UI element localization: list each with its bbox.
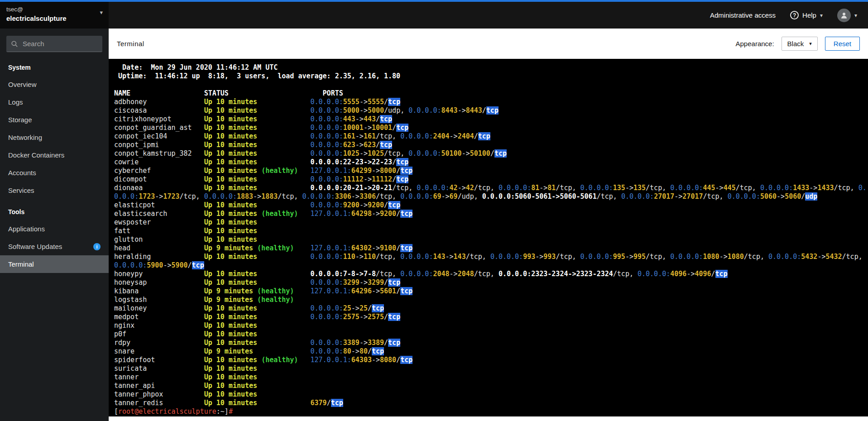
terminal-line: spiderfoot Up 10 minutes (healthy) 127.0… (114, 356, 863, 364)
masthead-actions: Administrative access ? Help ▾ ▾ (710, 2, 868, 29)
terminal-line: 0.0.0:1723->1723/tcp, 0.0.0.0:1883->1883… (114, 192, 863, 201)
chevron-down-icon: ▾ (854, 12, 857, 19)
host-user: tsec@ (6, 6, 102, 13)
terminal-line: head Up 9 minutes (healthy) 127.0.0.1:64… (114, 244, 863, 253)
info-icon: i (93, 243, 101, 250)
search-icon (11, 40, 18, 48)
terminal-line: citrixhoneypot Up 10 minutes 0.0.0.0:443… (114, 115, 863, 124)
terminal-line: elasticsearch Up 10 minutes (healthy) 12… (114, 210, 863, 218)
terminal-line: tanner_redis Up 10 minutes 6379/tcp (114, 399, 863, 407)
sidebar-item-applications[interactable]: Applications (0, 220, 109, 238)
terminal-line: logstash Up 9 minutes (healthy) (114, 296, 863, 304)
terminal-line: adbhoney Up 10 minutes 0.0.0.0:5555->555… (114, 98, 863, 106)
sidebar-item-software-updates[interactable]: Software Updatesi (0, 238, 109, 255)
host-switcher[interactable]: tsec@ electricalsculpture ▾ (0, 2, 109, 29)
terminal-line: suricata Up 10 minutes (114, 364, 863, 373)
terminal-line: nginx Up 10 minutes (114, 321, 863, 330)
terminal-screen: Date: Mon 29 Jun 2020 11:46:12 AM UTC Up… (114, 63, 863, 416)
help-icon: ? (790, 11, 799, 19)
terminal-line: glutton Up 10 minutes (114, 235, 863, 244)
chevron-down-icon: ▾ (809, 41, 812, 47)
terminal-line: Uptime: 11:46:12 up 8:18, 3 users, load … (114, 72, 863, 81)
terminal[interactable]: Date: Mon 29 Jun 2020 11:46:12 AM UTC Up… (109, 59, 868, 416)
sidebar-section-system: SystemOverviewLogsStorageNetworkingDocke… (0, 55, 109, 199)
terminal-line: p0f Up 10 minutes (114, 330, 863, 339)
terminal-line: fatt Up 10 minutes (114, 227, 863, 235)
terminal-line: NAME STATUS PORTS (114, 89, 863, 98)
terminal-line: elasticpot Up 10 minutes 0.0.0.0:9200->9… (114, 201, 863, 210)
masthead: tsec@ electricalsculpture ▾ Administrati… (0, 0, 868, 29)
terminal-line: snare Up 9 minutes 0.0.0.0:80->80/tcp (114, 347, 863, 356)
content-header: Terminal Appearance: Black ▾ Reset (109, 29, 868, 59)
sidebar-item-label: Storage (8, 116, 32, 124)
terminal-line: tanner_phpox Up 10 minutes (114, 390, 863, 399)
terminal-line: cyberchef Up 10 minutes (healthy) 127.0.… (114, 167, 863, 175)
sidebar-item-label: Accounts (8, 169, 36, 177)
sidebar: SystemOverviewLogsStorageNetworkingDocke… (0, 29, 109, 421)
terminal-line: ciscoasa Up 10 minutes 0.0.0.0:5000->500… (114, 106, 863, 115)
search-input[interactable] (22, 39, 98, 48)
avatar (837, 9, 851, 22)
terminal-line: honeysap Up 10 minutes 0.0.0.0:3299->329… (114, 278, 863, 287)
terminal-line: conpot_iec104 Up 10 minutes 0.0.0.0:161-… (114, 132, 863, 141)
terminal-line: dicompot Up 10 minutes 0.0.0.0:11112->11… (114, 175, 863, 184)
sidebar-nav: SystemOverviewLogsStorageNetworkingDocke… (0, 55, 109, 273)
terminal-line: conpot_ipmi Up 10 minutes 0.0.0.0:623->6… (114, 141, 863, 149)
terminal-line: ewsposter Up 10 minutes (114, 218, 863, 227)
search-box[interactable] (6, 36, 102, 52)
sidebar-item-label: Software Updates (8, 243, 62, 250)
terminal-line: tanner_api Up 10 minutes (114, 382, 863, 390)
sidebar-section-title: System (0, 55, 109, 76)
terminal-line: medpot Up 10 minutes 0.0.0.0:2575->2575/… (114, 313, 863, 321)
sidebar-item-label: Overview (8, 81, 37, 88)
terminal-line: dionaea Up 10 minutes 0.0.0.0:20-21->20-… (114, 184, 863, 192)
terminal-line: [root@electricalsculpture:~]# (114, 407, 863, 416)
page-title: Terminal (117, 40, 144, 48)
sidebar-section-title: Tools (0, 199, 109, 220)
sidebar-section-tools: ToolsApplicationsSoftware UpdatesiTermin… (0, 199, 109, 273)
appearance-label: Appearance: (736, 40, 774, 48)
chevron-down-icon: ▾ (820, 12, 823, 19)
terminal-line: conpot_kamstrup_382 Up 10 minutes 0.0.0.… (114, 149, 863, 158)
chevron-down-icon: ▾ (100, 9, 103, 16)
terminal-line: Date: Mon 29 Jun 2020 11:46:12 AM UTC (114, 63, 863, 72)
help-menu[interactable]: ? Help ▾ (790, 11, 823, 19)
appearance-value: Black (787, 40, 804, 48)
sidebar-item-label: Networking (8, 134, 42, 141)
sidebar-item-storage[interactable]: Storage (0, 111, 109, 129)
sidebar-item-docker-containers[interactable]: Docker Containers (0, 146, 109, 164)
terminal-line: heralding Up 10 minutes 0.0.0.0:110->110… (114, 253, 863, 261)
sidebar-item-label: Logs (8, 98, 23, 106)
appearance-select[interactable]: Black ▾ (782, 37, 818, 51)
terminal-line: mailoney Up 10 minutes 0.0.0.0:25->25/tc… (114, 304, 863, 313)
sidebar-item-terminal[interactable]: Terminal (0, 255, 109, 273)
host-name: electricalsculpture (6, 14, 102, 22)
terminal-line: rdpy Up 10 minutes 0.0.0.0:3389->3389/tc… (114, 339, 863, 347)
sidebar-item-label: Applications (8, 225, 45, 233)
terminal-line: 0.0.0.0:5900->5900/tcp (114, 261, 863, 270)
terminal-line: conpot_guardian_ast Up 10 minutes 0.0.0.… (114, 124, 863, 132)
sidebar-item-networking[interactable]: Networking (0, 129, 109, 146)
sidebar-item-services[interactable]: Services (0, 182, 109, 199)
sidebar-item-label: Docker Containers (8, 151, 64, 159)
sidebar-item-accounts[interactable]: Accounts (0, 164, 109, 182)
terminal-line: honeypy Up 10 minutes 0.0.0.0:7-8->7-8/t… (114, 270, 863, 278)
sidebar-item-overview[interactable]: Overview (0, 76, 109, 93)
terminal-controls: Appearance: Black ▾ Reset (736, 37, 860, 51)
reset-button[interactable]: Reset (825, 37, 860, 51)
terminal-line: tanner Up 10 minutes (114, 373, 863, 382)
admin-access-label[interactable]: Administrative access (710, 11, 776, 19)
help-label: Help (802, 11, 816, 19)
user-menu[interactable]: ▾ (837, 9, 857, 22)
sidebar-item-logs[interactable]: Logs (0, 93, 109, 111)
terminal-line: cowrie Up 10 minutes 0.0.0.0:22-23->22-2… (114, 158, 863, 167)
sidebar-item-label: Terminal (8, 260, 34, 268)
sidebar-item-label: Services (8, 187, 34, 194)
terminal-line (114, 81, 863, 89)
terminal-line: kibana Up 9 minutes (healthy) 127.0.0.1:… (114, 287, 863, 296)
